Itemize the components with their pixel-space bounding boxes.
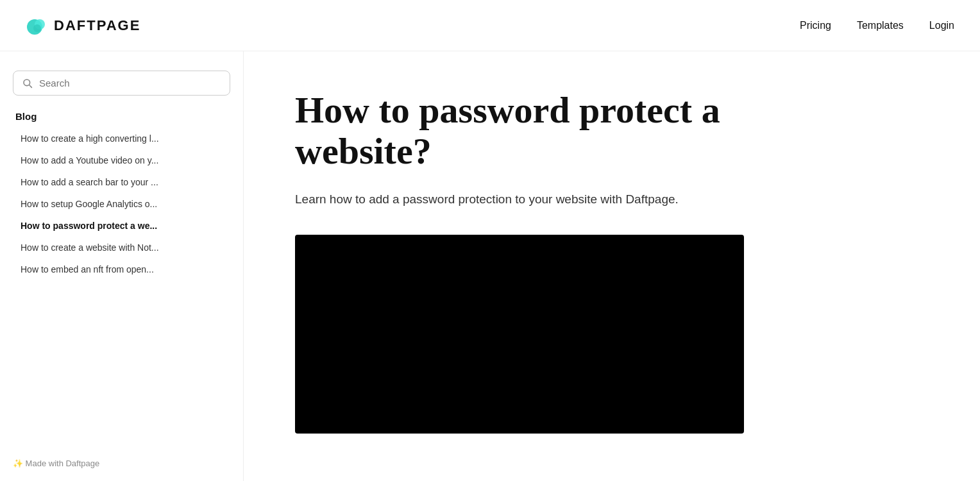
main-layout: Blog How to create a high converting l..…: [0, 51, 980, 481]
search-icon: [22, 78, 33, 89]
sidebar-item-7[interactable]: How to embed an nft from open...: [13, 259, 230, 280]
nav-templates[interactable]: Templates: [857, 20, 904, 31]
nav-login[interactable]: Login: [929, 20, 954, 31]
site-header: DAFTPAGE Pricing Templates Login: [0, 0, 980, 51]
sidebar-item-1[interactable]: How to create a high converting l...: [13, 128, 230, 149]
nav-pricing[interactable]: Pricing: [800, 20, 831, 31]
svg-point-2: [33, 24, 41, 32]
logo-icon: [26, 14, 49, 37]
sidebar-footer: ✨ Made with Daftpage: [13, 439, 230, 468]
blog-section-title: Blog: [13, 111, 230, 122]
sidebar: Blog How to create a high converting l..…: [0, 51, 244, 481]
sidebar-item-5[interactable]: How to password protect a we...: [13, 215, 230, 236]
logo[interactable]: DAFTPAGE: [26, 14, 140, 37]
page-title: How to password protect a website?: [295, 90, 731, 172]
sidebar-item-6[interactable]: How to create a website with Not...: [13, 237, 230, 258]
page-subtitle: Learn how to add a password protection t…: [295, 190, 718, 209]
sidebar-item-4[interactable]: How to setup Google Analytics o...: [13, 194, 230, 214]
video-embed[interactable]: [295, 235, 744, 434]
search-box[interactable]: [13, 71, 230, 96]
svg-line-4: [30, 85, 32, 87]
svg-point-3: [24, 80, 30, 86]
main-nav: Pricing Templates Login: [800, 20, 954, 31]
sidebar-item-3[interactable]: How to add a search bar to your ...: [13, 172, 230, 192]
logo-text: DAFTPAGE: [54, 17, 140, 34]
sidebar-item-2[interactable]: How to add a Youtube video on y...: [13, 150, 230, 171]
sidebar-nav: How to create a high converting l... How…: [13, 128, 230, 280]
main-content: How to password protect a website? Learn…: [244, 51, 980, 481]
search-input[interactable]: [39, 78, 221, 89]
